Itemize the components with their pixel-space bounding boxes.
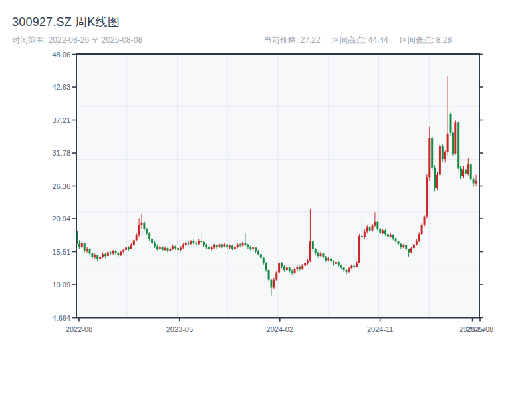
svg-text:2024-11: 2024-11: [367, 325, 394, 333]
svg-text:31.78: 31.78: [52, 149, 70, 157]
kline-page: 300927.SZ 周K线图 时间范围: 2022-08-26 至 2025-0…: [0, 0, 532, 399]
svg-text:42.63: 42.63: [52, 83, 70, 91]
svg-text:4.664: 4.664: [52, 314, 70, 322]
svg-text:37.21: 37.21: [52, 116, 70, 124]
time-range-label: 时间范围: 2022-08-26 至 2025-08-08: [12, 35, 142, 46]
svg-text:15.51: 15.51: [52, 248, 70, 256]
range-low-stat: 区间低点: 8.28: [400, 35, 452, 45]
svg-text:2025-08: 2025-08: [467, 325, 493, 333]
svg-text:20.94: 20.94: [52, 215, 70, 223]
stats-row: 当前价格: 27.22 区间高点: 44.44 区间低点: 8.28: [264, 35, 461, 46]
svg-text:10.09: 10.09: [52, 281, 70, 289]
svg-text:2024-02: 2024-02: [267, 325, 293, 333]
current-price-stat: 当前价格: 27.22: [264, 35, 321, 45]
kline-chart: 48.0642.6337.2131.7826.3620.9415.5110.09…: [0, 0, 532, 399]
range-high-stat: 区间高点: 44.44: [332, 35, 388, 45]
svg-text:2022-08: 2022-08: [66, 325, 92, 333]
svg-text:26.36: 26.36: [52, 182, 70, 190]
svg-text:2023-05: 2023-05: [166, 325, 193, 333]
svg-text:48.06: 48.06: [52, 51, 70, 59]
page-title: 300927.SZ 周K线图: [12, 14, 120, 30]
